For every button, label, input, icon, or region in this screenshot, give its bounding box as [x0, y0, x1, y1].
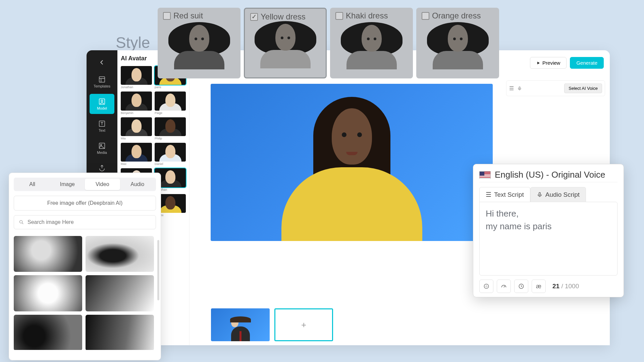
sidebar-item-templates[interactable]: Templates: [90, 72, 114, 92]
add-slide-button[interactable]: +: [274, 308, 333, 341]
media-item[interactable]: [14, 315, 82, 350]
style-card-label: Red suit: [173, 11, 203, 20]
style-card-yellow-dress[interactable]: Yellow dress: [244, 8, 327, 78]
svg-rect-0: [99, 76, 105, 82]
avatar-name: Benjamin: [121, 111, 152, 115]
sparkle-icon: [483, 283, 490, 290]
us-flag-icon: [479, 171, 491, 179]
preview-canvas[interactable]: [211, 84, 493, 241]
script-textarea[interactable]: Hi there, my name is paris: [479, 202, 618, 276]
tab-label: Audio Script: [545, 191, 580, 198]
select-voice-button[interactable]: Select AI Voice: [564, 83, 602, 93]
media-item[interactable]: [14, 236, 82, 272]
media-tab-all[interactable]: All: [15, 179, 50, 190]
avatar-thumb-jonathan[interactable]: [121, 66, 152, 85]
sidebar-label: Templates: [94, 84, 110, 88]
avatar-name: paris: [155, 85, 186, 89]
sidebar-label: Text: [99, 128, 105, 132]
back-button[interactable]: [95, 55, 109, 70]
media-tab-image[interactable]: Image: [50, 179, 85, 190]
style-card-red-suit[interactable]: Red suit: [158, 8, 240, 78]
phonetic-icon: æ: [536, 283, 541, 290]
media-search[interactable]: [14, 215, 156, 229]
voice-mini-panel: ☰ Select AI Voice: [506, 80, 605, 96]
checkbox-icon[interactable]: [250, 13, 258, 21]
tab-audio-script[interactable]: Audio Script: [530, 187, 586, 202]
avatar-thumb-paige[interactable]: [155, 92, 186, 110]
mic-icon[interactable]: [517, 86, 522, 91]
slide-thumb-1[interactable]: [211, 308, 270, 341]
media-popover: All Image Video Audio Free image offer (…: [9, 173, 161, 360]
generate-button[interactable]: Generate: [570, 57, 604, 69]
avatar-name: Mia: [121, 137, 152, 140]
media-tab-audio[interactable]: Audio: [120, 179, 155, 190]
checkbox-icon[interactable]: [422, 12, 429, 20]
topbar: Preview Generate: [530, 57, 604, 69]
mic-icon: [537, 192, 543, 198]
preview-button[interactable]: Preview: [530, 57, 567, 69]
avatar-name: Jonathan: [121, 85, 152, 89]
checkbox-icon[interactable]: [335, 12, 343, 20]
gauge-icon: [500, 283, 507, 290]
search-icon: [19, 220, 24, 225]
media-icon: [98, 142, 106, 149]
media-item[interactable]: [14, 275, 82, 311]
tab-text-script[interactable]: ☰ Text Script: [479, 187, 530, 202]
text-icon: [98, 120, 106, 127]
svg-point-5: [100, 144, 102, 145]
model-icon: [98, 98, 106, 105]
sidebar-label: Model: [97, 106, 107, 110]
avatar-thumb-daniel[interactable]: [155, 143, 186, 162]
speed-button[interactable]: [497, 280, 511, 293]
sidebar-item-model[interactable]: Model: [90, 94, 114, 114]
voice-language-label[interactable]: English (US) - Original Voice: [495, 170, 605, 180]
avatar-thumb-benjamin[interactable]: [121, 92, 152, 110]
avatar-thumb-mia[interactable]: [121, 117, 152, 136]
generate-label: Generate: [576, 60, 597, 66]
media-tab-bar: All Image Video Audio: [14, 178, 156, 191]
free-offer-banner[interactable]: Free image offer (Deepbrain AI): [14, 196, 156, 210]
asset-icon: [98, 164, 106, 172]
avatar-name: Daniel: [155, 162, 186, 166]
phonetic-button[interactable]: æ: [532, 280, 546, 293]
svg-rect-6: [519, 86, 520, 88]
sidebar-label: Media: [97, 150, 107, 155]
list-icon[interactable]: ☰: [509, 85, 514, 92]
list-icon: ☰: [486, 191, 491, 198]
media-item[interactable]: [86, 275, 154, 311]
media-tab-video[interactable]: Video: [85, 179, 120, 190]
svg-point-2: [101, 100, 103, 102]
sidebar-item-text[interactable]: Text: [90, 116, 114, 136]
avatar-thumb-philip[interactable]: [155, 117, 186, 136]
tab-label: Text Script: [494, 191, 524, 198]
sidebar-item-media[interactable]: Media: [90, 138, 114, 158]
char-count: 21 / 1000: [552, 283, 579, 290]
pause-button[interactable]: [514, 280, 528, 293]
scrollbar[interactable]: [157, 240, 159, 300]
style-card-orange-dress[interactable]: Orange dress: [416, 8, 499, 78]
avatar-paris: [275, 94, 429, 241]
media-grid: [14, 236, 156, 350]
media-search-input[interactable]: [28, 219, 151, 225]
script-content: Hi there, my name is paris: [486, 207, 611, 233]
style-card-khaki-dress[interactable]: Khaki dress: [330, 8, 413, 78]
avatar-name: Philip: [155, 137, 186, 140]
checkbox-icon[interactable]: [163, 12, 171, 20]
preview-label: Preview: [542, 60, 560, 66]
ai-suggest-button[interactable]: [479, 280, 493, 293]
avatar-name: Paige: [155, 111, 186, 115]
clock-icon: [518, 283, 525, 290]
slide-strip: +: [211, 308, 333, 341]
media-item[interactable]: [86, 315, 154, 350]
media-item[interactable]: [86, 236, 154, 272]
style-card-row: Red suit Yellow dress Khaki dress Orange…: [158, 8, 499, 78]
svg-rect-7: [539, 192, 540, 195]
voice-script-popover: English (US) - Original Voice ☰ Text Scr…: [473, 164, 624, 297]
avatar-thumb-max[interactable]: [121, 143, 152, 162]
plus-icon: +: [301, 320, 306, 330]
svg-rect-1: [99, 99, 105, 104]
style-card-label: Orange dress: [432, 11, 481, 20]
play-icon: [536, 61, 540, 65]
style-card-label: Khaki dress: [346, 11, 388, 20]
svg-point-10: [20, 221, 22, 223]
